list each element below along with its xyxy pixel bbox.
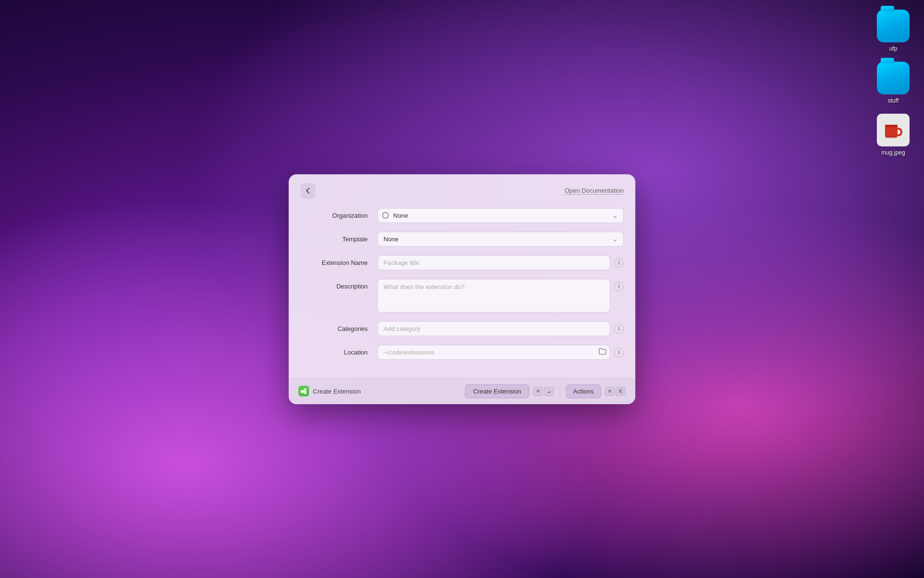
footer-divider	[560, 387, 560, 395]
organization-control: None	[377, 208, 624, 223]
categories-label: Categories	[300, 321, 377, 332]
organization-select-wrapper: None	[377, 208, 624, 223]
svg-rect-4	[304, 388, 307, 391]
description-control: ℹ	[377, 279, 624, 313]
extension-name-control: ℹ	[377, 255, 624, 270]
organization-row: Organization None	[300, 208, 624, 223]
create-extension-button[interactable]: Create Extension	[465, 384, 529, 398]
dialog-overlay: Open Documentation Organization None T	[0, 0, 924, 578]
organization-label: Organization	[300, 208, 377, 219]
categories-control: ℹ	[377, 321, 624, 336]
kbd-actions-key: K	[616, 387, 626, 396]
location-info-icon[interactable]: ℹ	[614, 348, 624, 357]
open-documentation-link[interactable]: Open Documentation	[565, 187, 624, 195]
categories-input[interactable]	[377, 321, 610, 336]
template-select[interactable]: None	[377, 232, 624, 247]
template-label: Template	[300, 232, 377, 243]
extension-name-input[interactable]	[377, 255, 610, 270]
categories-row: Categories ℹ	[300, 321, 624, 336]
location-row: Location ℹ	[300, 345, 624, 360]
dialog-body: Organization None Template Non	[289, 203, 635, 378]
location-label: Location	[300, 345, 377, 356]
create-extension-dialog: Open Documentation Organization None T	[289, 174, 635, 404]
footer-right: Create Extension ⌘ ↵ Actions ⌘ K	[465, 384, 626, 398]
description-label: Description	[300, 279, 377, 290]
dialog-header: Open Documentation	[289, 174, 635, 203]
template-select-wrapper: None	[377, 232, 624, 247]
location-input-wrapper	[377, 345, 610, 360]
kbd-cmd: ⌘	[533, 387, 543, 396]
footer-extension-icon	[298, 386, 309, 396]
create-kbd-group: ⌘ ↵	[533, 387, 554, 396]
dialog-footer: Create Extension Create Extension ⌘ ↵ Ac…	[289, 378, 635, 404]
kbd-enter: ↵	[544, 387, 554, 396]
location-input[interactable]	[377, 345, 610, 360]
categories-info-icon[interactable]: ℹ	[614, 324, 624, 334]
location-control: ℹ	[377, 345, 624, 360]
template-control: None	[377, 232, 624, 247]
actions-kbd-group: ⌘ K	[605, 387, 626, 396]
extension-name-row: Extension Name ℹ	[300, 255, 624, 270]
description-textarea[interactable]	[377, 279, 610, 313]
svg-rect-5	[304, 391, 307, 394]
extension-name-info-icon[interactable]: ℹ	[614, 258, 624, 268]
template-row: Template None	[300, 232, 624, 247]
back-button[interactable]	[300, 183, 316, 198]
description-row: Description ℹ	[300, 279, 624, 313]
organization-select[interactable]: None	[377, 208, 624, 223]
kbd-actions-cmd: ⌘	[605, 387, 615, 396]
actions-button[interactable]: Actions	[566, 384, 601, 398]
extension-name-label: Extension Name	[300, 255, 377, 266]
description-info-icon[interactable]: ℹ	[614, 282, 624, 291]
location-folder-button[interactable]	[599, 348, 606, 356]
footer-title: Create Extension	[313, 388, 361, 395]
footer-left: Create Extension	[298, 386, 361, 396]
svg-rect-3	[301, 390, 304, 393]
